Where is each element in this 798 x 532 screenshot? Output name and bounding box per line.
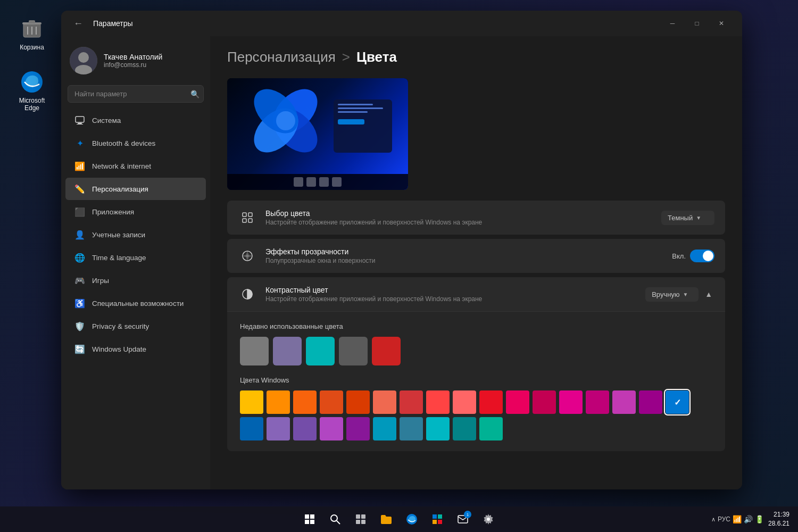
update-label: Windows Update bbox=[92, 345, 146, 353]
win-swatch-0[interactable] bbox=[240, 390, 263, 414]
color-choice-control[interactable]: Темный ▼ bbox=[661, 211, 714, 225]
lang-indicator: РУС bbox=[718, 516, 730, 523]
recent-swatch-4[interactable] bbox=[372, 337, 401, 365]
transparency-toggle[interactable] bbox=[690, 250, 714, 262]
avatar bbox=[70, 47, 97, 74]
windows-colors-label: Цвета Windows bbox=[240, 376, 712, 384]
win-swatch-16[interactable] bbox=[666, 390, 689, 414]
win-swatch-26[interactable] bbox=[479, 417, 503, 440]
close-button[interactable]: ✕ bbox=[709, 15, 734, 32]
win-swatch-22[interactable] bbox=[373, 417, 396, 440]
win-swatch-2[interactable] bbox=[293, 390, 317, 414]
win-swatch-3[interactable] bbox=[320, 390, 343, 414]
taskbar-settings[interactable] bbox=[478, 509, 499, 530]
win-swatch-11[interactable] bbox=[533, 390, 556, 414]
search-input[interactable] bbox=[68, 85, 204, 103]
win-swatch-1[interactable] bbox=[267, 390, 290, 414]
sidebar-item-privacy[interactable]: 🛡️ Privacy & security bbox=[65, 315, 206, 337]
sidebar-item-apps[interactable]: ⬛ Приложения bbox=[65, 201, 206, 223]
gaming-label: Игры bbox=[92, 277, 109, 285]
svg-rect-37 bbox=[433, 520, 437, 524]
contrast-control[interactable]: Вручную ▼ ▲ bbox=[645, 287, 714, 302]
minimize-button[interactable]: ─ bbox=[660, 15, 685, 32]
recent-swatch-1[interactable] bbox=[273, 337, 302, 365]
clock-date: 28.6.21 bbox=[768, 519, 789, 528]
win-swatch-25[interactable] bbox=[453, 417, 476, 440]
maximize-button[interactable]: □ bbox=[685, 15, 709, 32]
win-swatch-18[interactable] bbox=[267, 417, 290, 440]
personalization-label: Персонализация bbox=[92, 185, 148, 193]
win-swatch-17[interactable] bbox=[240, 417, 263, 440]
expanded-color-content: Недавно использованные цвета Цвета Windo… bbox=[227, 311, 725, 451]
search-icon: 🔍 bbox=[190, 90, 200, 98]
taskbar-taskview[interactable] bbox=[350, 509, 371, 530]
desktop-icon-recycle-bin[interactable]: Корзина bbox=[11, 16, 53, 51]
back-button[interactable]: ← bbox=[70, 15, 87, 32]
sidebar-item-time[interactable]: 🌐 Time & language bbox=[65, 246, 206, 269]
win-swatch-9[interactable] bbox=[479, 390, 503, 414]
recent-swatch-0[interactable] bbox=[240, 337, 269, 365]
user-profile[interactable]: Ткачев Анатолий info@comss.ru bbox=[61, 40, 210, 85]
tray-expand[interactable]: ∧ bbox=[711, 516, 716, 523]
preview-line-3 bbox=[338, 111, 368, 113]
sidebar-item-gaming[interactable]: 🎮 Игры bbox=[65, 269, 206, 292]
svg-rect-12 bbox=[77, 124, 83, 124]
contrast-collapse-button[interactable]: ▲ bbox=[703, 288, 714, 301]
win-swatch-20[interactable] bbox=[320, 417, 343, 440]
svg-rect-19 bbox=[248, 213, 252, 217]
win-swatch-6[interactable] bbox=[400, 390, 423, 414]
win-swatch-13[interactable] bbox=[586, 390, 609, 414]
transparency-control[interactable]: Вкл. bbox=[672, 250, 714, 262]
win-swatch-4[interactable] bbox=[346, 390, 370, 414]
color-choice-row[interactable]: Выбор цвета Настройте отображение прилож… bbox=[227, 201, 725, 235]
win-swatch-15[interactable] bbox=[639, 390, 662, 414]
win-swatch-21[interactable] bbox=[346, 417, 370, 440]
win-swatch-10[interactable] bbox=[506, 390, 529, 414]
win-swatch-14[interactable] bbox=[612, 390, 636, 414]
sidebar-item-bluetooth[interactable]: ✦ Bluetooth & devices bbox=[65, 132, 206, 154]
preview-window bbox=[334, 99, 392, 153]
recent-swatch-3[interactable] bbox=[339, 337, 368, 365]
recent-swatch-2[interactable] bbox=[306, 337, 335, 365]
edge-label: Microsoft Edge bbox=[11, 97, 53, 112]
win-swatch-7[interactable] bbox=[426, 390, 450, 414]
start-button[interactable] bbox=[299, 509, 320, 530]
win-swatch-23[interactable] bbox=[400, 417, 423, 440]
sidebar-item-personalization[interactable]: ✏️ Персонализация bbox=[65, 178, 206, 200]
breadcrumb-current: Цвета bbox=[356, 49, 397, 65]
sidebar-item-accounts[interactable]: 👤 Учетные записи bbox=[65, 223, 206, 246]
taskbar-edge[interactable] bbox=[401, 509, 422, 530]
svg-rect-11 bbox=[78, 123, 82, 124]
sidebar-item-update[interactable]: 🔄 Windows Update bbox=[65, 338, 206, 360]
taskbar-search[interactable] bbox=[325, 509, 346, 530]
taskbar-mail[interactable]: 1 bbox=[452, 509, 473, 530]
clock[interactable]: 21:39 28.6.21 bbox=[768, 510, 789, 528]
taskbar-sys-tray[interactable]: ∧ РУС 📶 🔊 🔋 bbox=[711, 515, 764, 523]
win-swatch-5[interactable] bbox=[373, 390, 396, 414]
win-swatch-19[interactable] bbox=[293, 417, 317, 440]
window-controls: ─ □ ✕ bbox=[660, 15, 734, 32]
contrast-row[interactable]: Контрастный цвет Настройте отображение п… bbox=[227, 277, 725, 311]
apps-icon: ⬛ bbox=[74, 206, 86, 218]
win-swatch-8[interactable] bbox=[453, 390, 476, 414]
transparency-title: Эффекты прозрачности bbox=[265, 247, 663, 256]
color-choice-dropdown[interactable]: Темный ▼ bbox=[661, 211, 714, 225]
svg-rect-27 bbox=[310, 520, 314, 524]
contrast-dropdown[interactable]: Вручную ▼ bbox=[645, 287, 699, 302]
bluetooth-icon: ✦ bbox=[74, 137, 86, 149]
sidebar-item-system[interactable]: Система bbox=[65, 109, 206, 131]
taskbar-explorer[interactable] bbox=[376, 509, 397, 530]
preview-button bbox=[338, 119, 364, 124]
sidebar-item-accessibility[interactable]: ♿ Специальные возможности bbox=[65, 292, 206, 314]
win-swatch-12[interactable] bbox=[559, 390, 583, 414]
desktop-icon-edge[interactable]: Microsoft Edge bbox=[11, 69, 53, 112]
preview-mini-taskbar bbox=[227, 174, 408, 190]
main-content: Персонализация > Цвета bbox=[210, 36, 742, 489]
sidebar-item-network[interactable]: 📶 Network & internet bbox=[65, 155, 206, 177]
taskbar-store[interactable] bbox=[427, 509, 448, 530]
svg-point-28 bbox=[331, 515, 337, 521]
win-swatch-24[interactable] bbox=[426, 417, 450, 440]
transparency-row[interactable]: Эффекты прозрачности Полупрозрачные окна… bbox=[227, 239, 725, 273]
contrast-text: Контрастный цвет Настройте отображение п… bbox=[265, 286, 637, 303]
contrast-title: Контрастный цвет bbox=[265, 286, 637, 294]
